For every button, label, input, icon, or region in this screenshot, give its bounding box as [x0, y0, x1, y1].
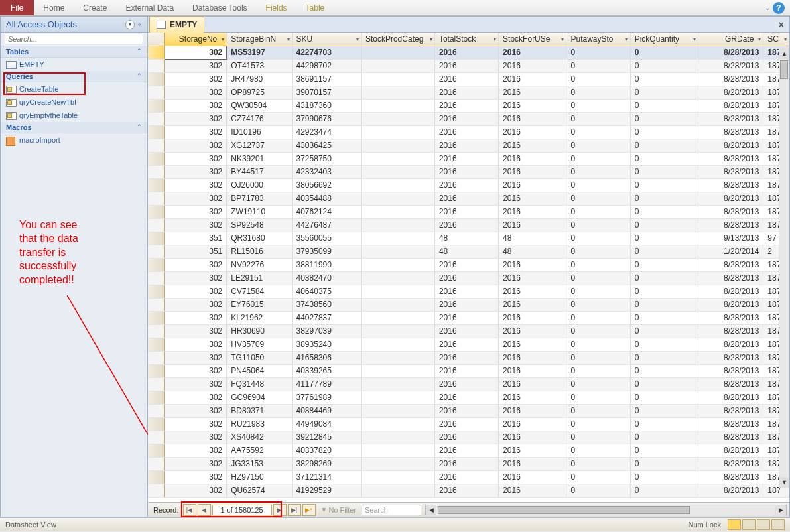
- table-row[interactable]: 302OJ260003805669220162016008/28/2013187: [148, 178, 789, 192]
- cell-storagebinn[interactable]: OT41573: [227, 59, 292, 72]
- cell-storagebinn[interactable]: JG33153: [227, 457, 292, 470]
- table-row[interactable]: 302HZ971503712131420162016008/28/2013187: [148, 470, 789, 484]
- cell-storagebinn[interactable]: GC96904: [227, 391, 292, 404]
- cell-stockprodcateg[interactable]: [361, 404, 434, 417]
- nav-item-macroimport[interactable]: macroImport: [1, 133, 147, 147]
- cell-storageno[interactable]: 302: [165, 457, 227, 470]
- table-row[interactable]: 302QW305044318736020162016008/28/2013187: [148, 99, 789, 112]
- table-row[interactable]: 302QU625744192952920162016008/28/2013187: [148, 484, 789, 497]
- cell-storagebinn[interactable]: OJ26000: [227, 178, 292, 192]
- record-position[interactable]: 1 of 1580125: [212, 505, 272, 515]
- cell-pickquantity[interactable]: 0: [630, 417, 698, 431]
- cell-storagebinn[interactable]: EY76015: [227, 298, 292, 311]
- cell-storageno[interactable]: 351: [165, 245, 227, 258]
- design-view-button[interactable]: [742, 519, 756, 530]
- cell-stockprodcateg[interactable]: [361, 125, 434, 139]
- cell-sku[interactable]: 43187360: [292, 99, 361, 112]
- cell-storagebinn[interactable]: CZ74176: [227, 112, 292, 125]
- cell-grdate[interactable]: 8/28/2013: [698, 59, 763, 72]
- cell-stockforuse[interactable]: 2016: [499, 404, 566, 417]
- cell-stockprodcateg[interactable]: [361, 46, 434, 59]
- row-selector[interactable]: [148, 46, 165, 59]
- cell-stockforuse[interactable]: 2016: [499, 311, 566, 324]
- horizontal-scrollbar[interactable]: ◀ ▶: [425, 505, 787, 515]
- cell-stockforuse[interactable]: 2016: [499, 205, 566, 218]
- cell-pickquantity[interactable]: 0: [630, 285, 698, 298]
- cell-putawaysto[interactable]: 0: [566, 417, 630, 431]
- cell-totalstock[interactable]: 2016: [434, 417, 498, 431]
- table-row[interactable]: 302RU219834494908420162016008/28/2013187: [148, 417, 789, 431]
- cell-grdate[interactable]: 8/28/2013: [698, 457, 763, 470]
- row-selector[interactable]: [148, 165, 165, 178]
- cell-totalstock[interactable]: 2016: [434, 285, 498, 298]
- cell-stockprodcateg[interactable]: [361, 232, 434, 245]
- cell-storagebinn[interactable]: LE29151: [227, 271, 292, 285]
- cell-pickquantity[interactable]: 0: [630, 178, 698, 192]
- row-selector[interactable]: [148, 470, 165, 484]
- cell-grdate[interactable]: 8/28/2013: [698, 404, 763, 417]
- table-row[interactable]: 302CV715844064037520162016008/28/2013187: [148, 285, 789, 298]
- table-row[interactable]: 302XS408423921284520162016008/28/2013187: [148, 431, 789, 444]
- cell-grdate[interactable]: 8/28/2013: [698, 192, 763, 205]
- cell-sku[interactable]: 40762124: [292, 205, 361, 218]
- cell-grdate[interactable]: 8/28/2013: [698, 46, 763, 59]
- cell-storageno[interactable]: 351: [165, 232, 227, 245]
- column-dropdown-icon[interactable]: ▾: [222, 36, 224, 42]
- row-selector[interactable]: [148, 457, 165, 470]
- table-row[interactable]: 302KL219624402783720162016008/28/2013187: [148, 311, 789, 324]
- column-dropdown-icon[interactable]: ▾: [784, 36, 787, 42]
- cell-storagebinn[interactable]: XG12737: [227, 139, 292, 152]
- view-button-4[interactable]: [771, 519, 785, 530]
- cell-stockforuse[interactable]: 48: [499, 232, 566, 245]
- filter-indicator[interactable]: ▼ No Filter: [317, 506, 360, 514]
- ribbon-tab-fields[interactable]: Fields: [257, 0, 296, 15]
- cell-pickquantity[interactable]: 0: [630, 311, 698, 324]
- cell-pickquantity[interactable]: 0: [630, 112, 698, 125]
- cell-putawaysto[interactable]: 0: [566, 99, 630, 112]
- cell-pickquantity[interactable]: 0: [630, 338, 698, 351]
- cell-totalstock[interactable]: 2016: [434, 484, 498, 497]
- cell-stockforuse[interactable]: 2016: [499, 457, 566, 470]
- cell-putawaysto[interactable]: 0: [566, 178, 630, 192]
- cell-pickquantity[interactable]: 0: [630, 232, 698, 245]
- cell-putawaysto[interactable]: 0: [566, 165, 630, 178]
- cell-storageno[interactable]: 302: [165, 364, 227, 377]
- cell-totalstock[interactable]: 2016: [434, 351, 498, 364]
- cell-stockforuse[interactable]: 2016: [499, 444, 566, 457]
- cell-storageno[interactable]: 302: [165, 285, 227, 298]
- first-record-button[interactable]: |◀: [183, 504, 196, 516]
- row-selector[interactable]: [148, 192, 165, 205]
- row-selector[interactable]: [148, 258, 165, 271]
- ribbon-tab-create[interactable]: Create: [74, 0, 116, 15]
- cell-stockprodcateg[interactable]: [361, 178, 434, 192]
- row-selector[interactable]: [148, 311, 165, 324]
- cell-storageno[interactable]: 302: [165, 139, 227, 152]
- cell-stockforuse[interactable]: 2016: [499, 72, 566, 86]
- column-dropdown-icon[interactable]: ▾: [494, 36, 496, 42]
- cell-sku[interactable]: 40339265: [292, 364, 361, 377]
- cell-stockforuse[interactable]: 2016: [499, 324, 566, 338]
- prev-record-button[interactable]: ◀: [198, 504, 211, 516]
- cell-putawaysto[interactable]: 0: [566, 444, 630, 457]
- cell-sku[interactable]: 37935099: [292, 245, 361, 258]
- cell-pickquantity[interactable]: 0: [630, 364, 698, 377]
- row-selector[interactable]: [148, 125, 165, 139]
- column-header-grdate[interactable]: GRDate▾: [698, 33, 763, 46]
- cell-grdate[interactable]: 8/28/2013: [698, 338, 763, 351]
- cell-putawaysto[interactable]: 0: [566, 351, 630, 364]
- cell-stockforuse[interactable]: 2016: [499, 285, 566, 298]
- cell-pickquantity[interactable]: 0: [630, 139, 698, 152]
- cell-totalstock[interactable]: 2016: [434, 258, 498, 271]
- row-selector[interactable]: [148, 178, 165, 192]
- cell-stockprodcateg[interactable]: [361, 165, 434, 178]
- cell-stockprodcateg[interactable]: [361, 285, 434, 298]
- cell-stockforuse[interactable]: 2016: [499, 152, 566, 165]
- nav-group-tables[interactable]: Tables ⌃: [1, 46, 147, 58]
- cell-sku[interactable]: 44949084: [292, 417, 361, 431]
- cell-stockprodcateg[interactable]: [361, 72, 434, 86]
- cell-stockprodcateg[interactable]: [361, 152, 434, 165]
- cell-totalstock[interactable]: 2016: [434, 470, 498, 484]
- view-button-3[interactable]: [757, 519, 770, 530]
- nav-group-macros[interactable]: Macros ⌃: [1, 122, 147, 133]
- cell-totalstock[interactable]: 2016: [434, 152, 498, 165]
